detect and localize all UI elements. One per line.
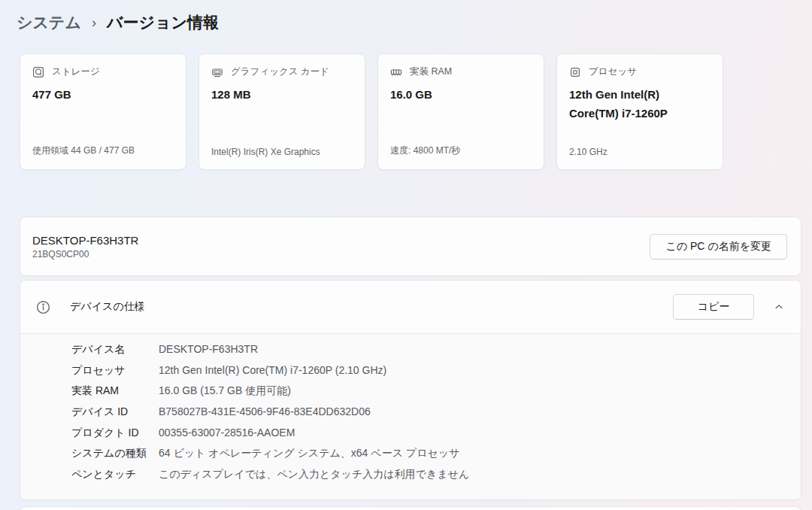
processor-card-label: プロセッサ — [589, 65, 637, 78]
device-specs-card: デバイスの仕様 コピー デバイス名 DESKTOP-F63H3TR プロセッサ … — [20, 280, 801, 500]
graphics-card-label: グラフィックス カード — [231, 65, 329, 78]
spec-value: DESKTOP-F63H3TR — [159, 343, 789, 355]
spec-row-product-id: プロダクト ID 00355-63007-28516-AAOEM — [71, 427, 789, 448]
ram-card-label: 実装 RAM — [410, 65, 452, 78]
spec-value: このディスプレイでは、ペン入力とタッチ入力は利用できません — [159, 468, 789, 481]
device-specs-title: デバイスの仕様 — [70, 300, 145, 314]
storage-card-detail: 使用領域 44 GB / 477 GB — [32, 144, 174, 157]
breadcrumb: システム › バージョン情報 — [17, 12, 801, 33]
device-specs-body: デバイス名 DESKTOP-F63H3TR プロセッサ 12th Gen Int… — [20, 334, 801, 499]
graphics-card-detail: Intel(R) Iris(R) Xe Graphics — [211, 147, 353, 157]
page-title: バージョン情報 — [107, 12, 219, 33]
breadcrumb-chevron-icon: › — [92, 14, 96, 31]
spec-label: 実装 RAM — [71, 384, 159, 398]
next-section-card-sliver[interactable] — [20, 506, 801, 510]
spec-row-system-type: システムの種類 64 ビット オペレーティング システム、x64 ベース プロセ… — [71, 447, 789, 468]
spec-row-processor: プロセッサ 12th Gen Intel(R) Core(TM) i7-1260… — [71, 364, 789, 385]
breadcrumb-system[interactable]: システム — [17, 12, 81, 33]
device-name-block: DESKTOP-F63H3TR 21BQS0CP00 — [32, 234, 138, 260]
processor-card-detail: 2.10 GHz — [569, 147, 710, 157]
rename-pc-button[interactable]: この PC の名前を変更 — [650, 234, 787, 260]
processor-card-value: 12th Gen Intel(R) Core(TM) i7-1260P — [569, 86, 710, 123]
cpu-icon — [569, 66, 581, 78]
spec-label: システムの種類 — [71, 447, 159, 460]
storage-card-label: ストレージ — [52, 65, 100, 78]
spec-row-device-name: デバイス名 DESKTOP-F63H3TR — [71, 343, 789, 364]
spec-value: 16.0 GB (15.7 GB 使用可能) — [159, 384, 789, 398]
ram-card-value: 16.0 GB — [390, 86, 532, 105]
summary-cards: ストレージ 477 GB 使用領域 44 GB / 477 GB グラフィックス… — [20, 53, 801, 170]
device-name-card: DESKTOP-F63H3TR 21BQS0CP00 この PC の名前を変更 — [20, 217, 801, 276]
spec-label: ペンとタッチ — [71, 468, 159, 481]
storage-card: ストレージ 477 GB 使用領域 44 GB / 477 GB — [20, 53, 186, 170]
spec-row-ram: 実装 RAM 16.0 GB (15.7 GB 使用可能) — [71, 384, 789, 405]
spec-value: 12th Gen Intel(R) Core(TM) i7-1260P (2.1… — [159, 364, 789, 376]
info-icon — [36, 300, 50, 314]
device-specs-expander-header[interactable]: デバイスの仕様 コピー — [20, 281, 801, 333]
graphics-card-value: 128 MB — [211, 86, 353, 105]
device-model: 21BQS0CP00 — [32, 249, 138, 260]
copy-button[interactable]: コピー — [673, 294, 754, 320]
spec-row-device-id: デバイス ID B758027B-431E-4506-9F46-83E4DD63… — [71, 405, 789, 427]
spec-label: プロセッサ — [71, 364, 159, 378]
spec-value: 00355-63007-28516-AAOEM — [159, 427, 789, 439]
graphics-card: グラフィックス カード 128 MB Intel(R) Iris(R) Xe G… — [198, 53, 365, 170]
spec-label: プロダクト ID — [71, 427, 159, 440]
about-page: システム › バージョン情報 ストレージ 477 GB 使用領域 44 GB /… — [0, 0, 812, 510]
spec-label: デバイス名 — [71, 343, 159, 357]
processor-card: プロセッサ 12th Gen Intel(R) Core(TM) i7-1260… — [556, 53, 723, 170]
chevron-up-icon[interactable] — [774, 302, 784, 312]
ram-card: 実装 RAM 16.0 GB 速度: 4800 MT/秒 — [377, 53, 544, 170]
spec-label: デバイス ID — [71, 405, 159, 419]
storage-card-value: 477 GB — [32, 86, 174, 105]
spec-row-pen-touch: ペンとタッチ このディスプレイでは、ペン入力とタッチ入力は利用できません — [71, 468, 789, 489]
ram-card-detail: 速度: 4800 MT/秒 — [390, 144, 532, 157]
storage-icon — [32, 66, 44, 78]
ram-icon — [390, 66, 402, 78]
spec-value: 64 ビット オペレーティング システム、x64 ベース プロセッサ — [159, 447, 789, 460]
spec-value: B758027B-431E-4506-9F46-83E4DD632D06 — [159, 405, 789, 417]
graphics-card-icon — [211, 66, 223, 78]
device-name: DESKTOP-F63H3TR — [32, 234, 138, 247]
